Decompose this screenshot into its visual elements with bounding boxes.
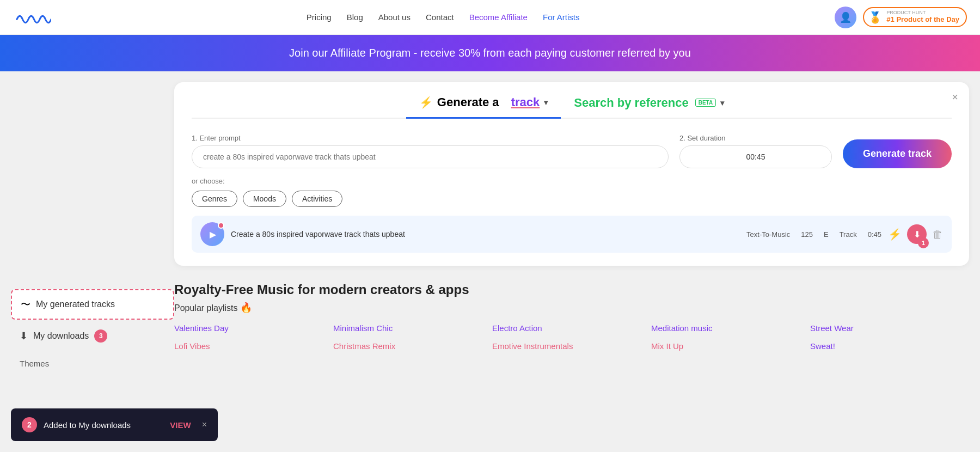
action-badge: 1 xyxy=(918,237,929,248)
duration-group: 2. Set duration xyxy=(679,134,832,168)
navbar: Pricing Blog About us Contact Become Aff… xyxy=(0,0,980,35)
generated-label: My generated tracks xyxy=(36,300,115,309)
close-button[interactable]: × xyxy=(952,91,958,103)
contact-link[interactable]: Contact xyxy=(426,13,454,22)
medal-icon: 🏅 xyxy=(868,11,882,24)
download-arrow-icon: ⬇ xyxy=(914,229,921,240)
tab-active-label: Generate a xyxy=(437,95,499,109)
playlist-minimalism[interactable]: Minimalism Chic xyxy=(333,321,492,335)
tab-search-label: Search by reference xyxy=(574,96,688,110)
track-title: Create a 80s inspired vaporwave track th… xyxy=(231,230,740,239)
nav-links: Pricing Blog About us Contact Become Aff… xyxy=(307,13,580,22)
tab-active-word: track xyxy=(511,95,540,109)
tab-search[interactable]: Search by reference BETA ▾ xyxy=(561,96,737,118)
avatar[interactable]: 👤 xyxy=(835,7,856,28)
banner-text: Join our Affiliate Program - receive 30%… xyxy=(289,47,691,59)
playlist-electro[interactable]: Electro Action xyxy=(492,321,651,335)
form-row: 1. Enter prompt 2. Set duration Generate… xyxy=(192,134,952,168)
track-label: Track xyxy=(840,230,857,239)
track-actions: ⚡ ⬇ 🗑 1 xyxy=(888,224,943,244)
about-link[interactable]: About us xyxy=(378,13,411,22)
moods-button[interactable]: Moods xyxy=(243,191,286,207)
toast: 2 Added to My downloads VIEW × xyxy=(11,408,218,441)
navbar-right: 👤 🏅 PRODUCT HUNT #1 Product of the Day xyxy=(835,7,967,28)
prompt-input[interactable] xyxy=(192,145,669,168)
playlist-sweat[interactable]: Sweat! xyxy=(810,339,969,353)
track-bpm: 125 xyxy=(801,230,813,239)
playlist-christmas[interactable]: Christmas Remix xyxy=(333,339,492,353)
tab-search-caret-icon: ▾ xyxy=(720,99,724,107)
sidebar-item-downloads[interactable]: ⬇ My downloads 3 xyxy=(11,322,174,350)
lightning-icon: ⚡ xyxy=(419,96,433,109)
pill-row: Genres Moods Activities xyxy=(192,191,952,207)
play-icon: ▶ xyxy=(210,229,216,240)
themes-label: Themes xyxy=(11,352,174,375)
sidebar: 〜 My generated tracks ⬇ My downloads 3 T… xyxy=(11,82,174,431)
sidebar-item-generated[interactable]: 〜 My generated tracks xyxy=(11,289,174,320)
ph-title: #1 Product of the Day xyxy=(886,16,959,23)
play-button-wrap: ▶ xyxy=(200,222,224,246)
royalty-section: Royalty-Free Music for modern creators &… xyxy=(174,277,969,353)
or-choose-label: or choose: xyxy=(192,177,952,185)
playlist-mixitup[interactable]: Mix It Up xyxy=(651,339,810,353)
generator-card: × ⚡ Generate a track ▾ Search by referen… xyxy=(174,82,969,266)
main-area: 〜 My generated tracks ⬇ My downloads 3 T… xyxy=(0,71,980,431)
playlist-emotive[interactable]: Emotive Instrumentals xyxy=(492,339,651,353)
delete-button[interactable]: 🗑 xyxy=(932,228,943,241)
playlist-grid: Valentines Day Minimalism Chic Electro A… xyxy=(174,321,969,353)
for-artists-link[interactable]: For Artists xyxy=(543,13,580,22)
genres-button[interactable]: Genres xyxy=(192,191,237,207)
logo[interactable] xyxy=(13,8,51,27)
affiliate-link[interactable]: Become Affiliate xyxy=(469,13,528,22)
track-key: E xyxy=(824,230,829,239)
fire-icon: 🔥 xyxy=(240,302,252,313)
track-row: ▶ Create a 80s inspired vaporwave track … xyxy=(192,216,952,253)
avatar-image: 👤 xyxy=(835,7,856,28)
playlists-text: Popular playlists xyxy=(174,303,238,313)
downloads-label: My downloads xyxy=(33,331,89,341)
playlist-streetwear[interactable]: Street Wear xyxy=(810,321,969,335)
waveform-icon: 〜 xyxy=(21,298,30,311)
track-type: Text-To-Music xyxy=(746,230,790,239)
playlists-label: Popular playlists 🔥 xyxy=(174,302,969,314)
affiliate-banner[interactable]: Join our Affiliate Program - receive 30%… xyxy=(0,35,980,71)
toast-text: Added to My downloads xyxy=(44,420,161,430)
toast-number: 2 xyxy=(22,417,37,432)
toast-close-button[interactable]: × xyxy=(202,420,207,430)
toast-view-button[interactable]: VIEW xyxy=(170,420,191,430)
prompt-group: 1. Enter prompt xyxy=(192,134,669,168)
recording-dot xyxy=(218,222,224,229)
downloads-badge: 3 xyxy=(94,329,107,343)
track-duration: 0:45 xyxy=(868,230,881,239)
playlist-valentines[interactable]: Valentines Day xyxy=(174,321,333,335)
activities-button[interactable]: Activities xyxy=(292,191,342,207)
ph-text-block: PRODUCT HUNT #1 Product of the Day xyxy=(886,10,959,23)
regenerate-button[interactable]: ⚡ xyxy=(888,228,902,241)
track-meta: Text-To-Music 125 E Track 0:45 xyxy=(746,230,881,239)
center-content: × ⚡ Generate a track ▾ Search by referen… xyxy=(174,82,969,431)
generate-button[interactable]: Generate track xyxy=(843,139,952,168)
playlist-lofi[interactable]: Lofi Vibes xyxy=(174,339,333,353)
tab-generate[interactable]: ⚡ Generate a track ▾ xyxy=(406,95,561,119)
beta-badge: BETA xyxy=(695,99,716,107)
duration-input[interactable] xyxy=(679,145,832,168)
product-hunt-badge[interactable]: 🏅 PRODUCT HUNT #1 Product of the Day xyxy=(863,7,967,27)
duration-label: 2. Set duration xyxy=(679,134,832,142)
tab-row: ⚡ Generate a track ▾ Search by reference… xyxy=(192,95,952,119)
royalty-title: Royalty-Free Music for modern creators &… xyxy=(174,282,969,297)
download-icon: ⬇ xyxy=(20,330,28,342)
tab-caret-icon: ▾ xyxy=(544,98,548,107)
prompt-label: 1. Enter prompt xyxy=(192,134,669,142)
playlist-meditation[interactable]: Meditation music xyxy=(651,321,810,335)
blog-link[interactable]: Blog xyxy=(347,13,363,22)
pricing-link[interactable]: Pricing xyxy=(307,13,332,22)
